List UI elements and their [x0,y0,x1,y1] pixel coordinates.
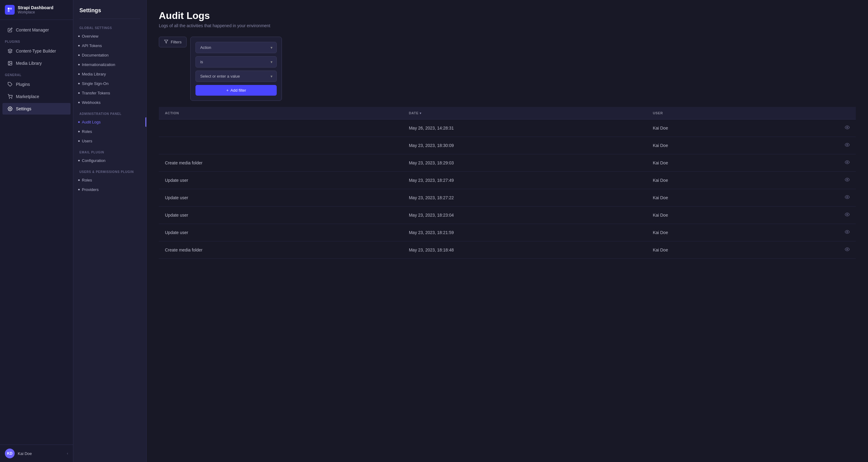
cell-action [159,119,403,137]
value-select[interactable]: Select or enter a value [195,70,277,82]
sidebar-item-settings[interactable]: Settings [2,103,70,115]
col-user: USER [647,107,821,119]
view-row-button[interactable] [845,143,850,148]
table-row: Update userMay 23, 2023, 18:27:22Kai Doe [159,189,856,207]
settings-item-api-tokens[interactable]: API Tokens [73,41,146,51]
settings-item-users[interactable]: Users [73,136,146,146]
svg-marker-9 [164,40,168,44]
view-row-button[interactable] [845,213,850,218]
cell-date: May 23, 2023, 18:27:22 [403,189,647,207]
settings-item-audit-logs[interactable]: Audit Logs [73,117,146,127]
svg-point-7 [11,98,12,98]
plus-icon: + [226,88,229,93]
view-row-button[interactable] [845,178,850,183]
sidebar-footer[interactable]: KD Kai Doe ‹ [0,444,73,462]
svg-point-12 [847,162,848,163]
cell-date: May 23, 2023, 18:21:59 [403,224,647,241]
sidebar-header: Strapi Dashboard Workplace [0,0,73,20]
cell-date: May 23, 2023, 18:18:48 [403,241,647,259]
cell-view [821,119,856,137]
sidebar-item-marketplace[interactable]: Marketplace [2,91,70,103]
settings-item-roles[interactable]: Roles [73,127,146,136]
filter-icon [164,39,168,45]
settings-item-webhooks[interactable]: Webhooks [73,98,146,107]
settings-item-transfer-tokens[interactable]: Transfer Tokens [73,88,146,98]
col-action-label: ACTION [165,111,179,115]
svg-point-4 [9,62,10,63]
col-action: ACTION [159,107,403,119]
dot-icon [78,73,80,75]
cell-user: Kai Doe [647,241,821,259]
view-row-button[interactable] [845,161,850,166]
dot-icon [78,45,80,47]
settings-item-internationalization[interactable]: Internationalization [73,60,146,69]
cell-action: Update user [159,172,403,189]
settings-item-documentation[interactable]: Documentation [73,51,146,60]
col-user-label: USER [653,111,663,115]
is-select[interactable]: is is not [195,56,277,67]
col-date-label: DATE [409,111,419,115]
page-title: Audit Logs [159,10,856,21]
settings-item-single-sign-on[interactable]: Single Sign-On [73,79,146,88]
filter-bar: Filters Action Create entry Update entry… [159,37,856,101]
svg-point-8 [9,108,11,109]
settings-panel: Settings GLOBAL SETTINGS Overview API To… [73,0,147,462]
settings-item-providers[interactable]: Providers [73,185,146,194]
user-name: Kai Doe [18,451,64,456]
sidebar-item-content-manager[interactable]: Content Manager [2,24,70,36]
settings-item-overview[interactable]: Overview [73,31,146,41]
dot-icon [78,131,80,132]
collapse-icon[interactable]: ‹ [67,451,68,456]
filter-panel: Action Create entry Update entry Delete … [190,37,282,101]
cell-user: Kai Doe [647,154,821,172]
dot-icon [78,35,80,37]
svg-point-10 [847,127,848,128]
dot-icon [78,54,80,56]
cell-action: Update user [159,224,403,241]
app-logo [5,5,15,15]
gear-icon [7,106,13,112]
cell-view [821,241,856,259]
svg-point-6 [9,98,9,98]
app-title-block: Strapi Dashboard Workplace [18,5,54,15]
cell-view [821,207,856,224]
action-select[interactable]: Action Create entry Update entry Delete … [195,42,277,53]
action-select-wrapper: Action Create entry Update entry Delete … [195,42,277,53]
cell-view [821,154,856,172]
table-row: May 23, 2023, 18:30:09Kai Doe [159,137,856,154]
cell-date: May 23, 2023, 18:27:49 [403,172,647,189]
svg-point-11 [847,144,848,145]
add-filter-button[interactable]: + Add filter [195,85,277,96]
view-row-button[interactable] [845,248,850,253]
dot-icon [78,121,80,123]
sidebar-item-plugins[interactable]: Plugins [2,79,70,90]
sidebar-item-content-type-builder[interactable]: Content-Type Builder [2,45,70,57]
cell-user: Kai Doe [647,207,821,224]
cell-action: Create media folder [159,154,403,172]
cell-action: Update user [159,207,403,224]
svg-rect-1 [10,8,12,9]
table-body: May 26, 2023, 14:28:31Kai DoeMay 23, 202… [159,119,856,259]
col-date[interactable]: DATE ▾ [403,107,647,119]
table-header: ACTION DATE ▾ USER [159,107,856,119]
settings-panel-title: Settings [73,0,146,16]
settings-item-roles-up[interactable]: Roles [73,175,146,185]
svg-rect-0 [8,8,9,9]
sort-icon: ▾ [420,112,422,115]
col-date-sort[interactable]: DATE ▾ [409,111,641,115]
filters-button[interactable]: Filters [159,37,187,47]
view-row-button[interactable] [845,125,850,131]
svg-point-17 [847,249,848,250]
sidebar-item-label-marketplace: Marketplace [16,94,39,99]
cell-view [821,172,856,189]
view-row-button[interactable] [845,195,850,200]
settings-item-media-library[interactable]: Media Library [73,69,146,79]
view-row-button[interactable] [845,230,850,235]
cell-action: Create media folder [159,241,403,259]
dot-icon [78,140,80,142]
settings-item-configuration[interactable]: Configuration [73,156,146,165]
cell-view [821,189,856,207]
dot-icon [78,189,80,190]
sidebar-item-media-library[interactable]: Media Library [2,57,70,69]
cart-icon [7,94,13,99]
